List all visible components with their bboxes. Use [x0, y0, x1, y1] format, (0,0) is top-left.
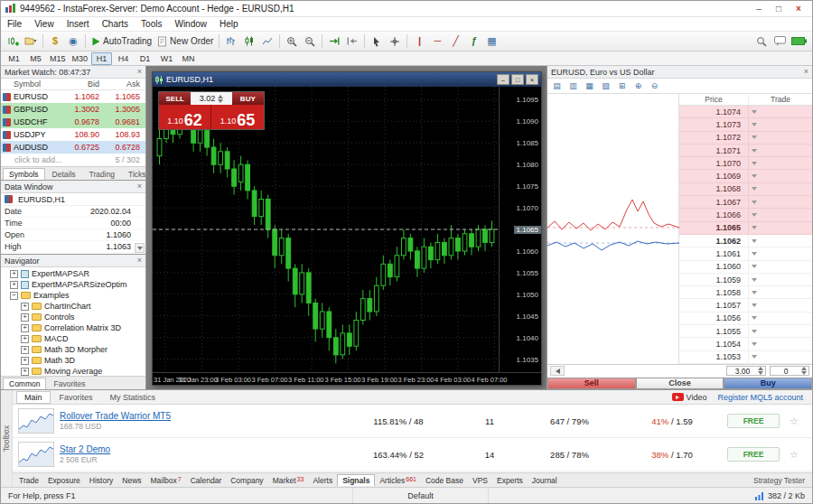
trade-dropdown-icon[interactable]	[752, 187, 757, 191]
trade-dropdown-icon[interactable]	[752, 149, 757, 153]
sell-button[interactable]: SELL	[159, 92, 191, 105]
expand-icon[interactable]: +	[21, 357, 29, 365]
toolbox-bottom-tab-alerts[interactable]: Alerts	[308, 475, 337, 486]
price-axis[interactable]: 1.10951.10901.10851.10801.10751.10701.10…	[499, 87, 541, 372]
dom-bid-row[interactable]: 1.1060	[679, 261, 812, 274]
dom-trade-cell[interactable]	[748, 247, 812, 259]
dom-bid-row[interactable]: 1.1059	[679, 274, 812, 286]
dom-trade-cell[interactable]	[748, 299, 812, 311]
close-icon[interactable]: ×	[137, 257, 142, 265]
toolbox-bottom-tab-code-base[interactable]: Code Base	[421, 475, 468, 486]
strategy-tester-label[interactable]: Strategy Tester	[753, 476, 810, 485]
signal-free-button[interactable]: FREE	[727, 447, 780, 462]
dom-trade-cell[interactable]	[748, 106, 812, 117]
tick-chart[interactable]	[547, 94, 679, 364]
trade-dropdown-icon[interactable]	[752, 355, 757, 359]
minimize-button[interactable]: –	[749, 2, 769, 15]
dom-trade-cell[interactable]	[748, 325, 812, 337]
market-watch-row-audusd[interactable]: AUDUSD0.67250.6728	[1, 141, 145, 154]
trade-dropdown-icon[interactable]	[752, 174, 757, 178]
stop-field[interactable]: 0	[770, 366, 809, 376]
expand-icon[interactable]: +	[21, 324, 29, 332]
market-watch-row-gbpusd[interactable]: GBPUSD1.30021.3005	[1, 103, 145, 116]
chart-close-button[interactable]: ×	[526, 74, 538, 85]
dom-bid-row[interactable]: 1.1058	[679, 286, 812, 299]
toolbox-side-caption[interactable]: Toolbox	[1, 390, 13, 487]
dom-trade-cell[interactable]	[748, 235, 812, 247]
toolbox-tab-my-statistics[interactable]: My Statistics	[102, 391, 164, 404]
market-watch-tab-trading[interactable]: Trading	[83, 168, 122, 180]
dom-trade-cell[interactable]	[748, 118, 812, 130]
dom-bid-row[interactable]: 1.1054	[679, 338, 812, 350]
chart-shift-button[interactable]	[343, 33, 361, 50]
timeframe-h4-button[interactable]: H4	[113, 52, 134, 65]
toolbox-tab-favorites[interactable]: Favorites	[51, 391, 101, 404]
volume-spinner[interactable]	[758, 367, 763, 375]
close-icon[interactable]: ×	[137, 182, 142, 191]
chart-restore-button[interactable]: □	[511, 74, 524, 85]
search-button[interactable]	[752, 33, 771, 50]
chart-minimize-button[interactable]: –	[497, 74, 509, 85]
market-watch-row-usdjpy[interactable]: USDJPY108.90108.93	[1, 128, 145, 141]
trade-dropdown-icon[interactable]	[752, 239, 757, 243]
auto-scroll-button[interactable]	[325, 33, 343, 50]
dom-trade-cell[interactable]	[748, 183, 812, 195]
navigator-tab-common[interactable]: Common	[3, 378, 46, 389]
dom-columns-button[interactable]: ▥	[565, 79, 581, 92]
feedback-button[interactable]	[771, 33, 789, 50]
data-window-toggle-button[interactable]: ◉	[64, 33, 82, 50]
objects-button[interactable]: ▦	[482, 33, 500, 50]
tree-item-macd[interactable]: +MACD	[1, 333, 145, 344]
signal-name-link[interactable]: Rollover Trade Warrior MT5	[60, 411, 334, 421]
chart-area[interactable]: 1.10951.10901.10851.10801.10751.10701.10…	[153, 87, 541, 385]
dom-orders-button[interactable]: ▤	[549, 79, 565, 92]
status-profile[interactable]: Default	[353, 488, 489, 503]
menu-view[interactable]: View	[28, 19, 61, 29]
dom-trade-cell[interactable]	[748, 196, 812, 208]
dom-bid-row[interactable]: 1.1053	[679, 351, 812, 364]
cursor-button[interactable]	[368, 33, 386, 50]
horizontal-line-button[interactable]: ─	[428, 33, 446, 50]
dom-ask-row[interactable]: 1.1067	[679, 196, 812, 209]
menu-charts[interactable]: Charts	[96, 19, 135, 29]
toolbox-bottom-tab-signals[interactable]: Signals	[337, 474, 375, 486]
menu-tools[interactable]: Tools	[135, 19, 168, 29]
dom-bid-row[interactable]: 1.1056	[679, 313, 812, 325]
dom-ask-row[interactable]: 1.1069	[679, 170, 812, 182]
dom-trade-cell[interactable]	[748, 338, 812, 350]
menu-file[interactable]: File	[1, 19, 28, 29]
dom-sell-button[interactable]: Sell	[547, 378, 636, 390]
tree-item-expertmapsar[interactable]: +ExpertMAPSAR	[1, 268, 145, 279]
add-symbol-label[interactable]: click to add...	[3, 155, 115, 164]
toolbox-bottom-tab-journal[interactable]: Journal	[528, 475, 562, 486]
dom-ask-row[interactable]: 1.1070	[679, 157, 812, 170]
dom-trade-cell[interactable]	[748, 286, 812, 298]
dom-ask-row[interactable]: 1.1066	[679, 209, 812, 221]
dom-collapse-button[interactable]	[550, 366, 565, 376]
signal-row[interactable]: Rollover Trade Warrior MT5168.78 USD115.…	[13, 405, 812, 438]
market-watch-tab-details[interactable]: Details	[46, 168, 82, 180]
dom-buy-button[interactable]: Buy	[724, 378, 812, 390]
expand-icon[interactable]: +	[21, 335, 29, 343]
buy-button[interactable]: BUY	[232, 92, 264, 105]
dom-ask-row[interactable]: 1.1065	[679, 222, 812, 235]
stop-spinner[interactable]	[801, 367, 807, 375]
volume-field[interactable]: 3.00	[726, 366, 766, 376]
indicators-button[interactable]: ƒ	[464, 33, 482, 50]
timeframe-w1-button[interactable]: W1	[156, 52, 177, 65]
timeframe-m15-button[interactable]: M15	[47, 52, 69, 65]
tree-item-moving-average[interactable]: +Moving Average	[1, 366, 145, 376]
market-watch-toggle-button[interactable]: $	[46, 33, 64, 50]
signal-row[interactable]: Star 2 Demo2 508 EUR163.44% / 5214285 / …	[13, 438, 812, 471]
dom-close-button[interactable]: Close	[636, 378, 724, 390]
column-ask[interactable]: Ask	[103, 79, 144, 89]
crosshair-button[interactable]	[386, 33, 404, 50]
trade-dropdown-icon[interactable]	[752, 291, 757, 294]
trendline-button[interactable]: ╱	[446, 33, 464, 50]
dom-trade-cell[interactable]	[748, 157, 812, 169]
column-symbol[interactable]: Symbol	[3, 79, 62, 89]
timeframe-m1-button[interactable]: M1	[4, 52, 24, 65]
toolbox-bottom-tab-experts[interactable]: Experts	[492, 475, 528, 486]
expand-icon[interactable]: +	[21, 303, 29, 311]
bar-chart-button[interactable]	[222, 33, 240, 50]
